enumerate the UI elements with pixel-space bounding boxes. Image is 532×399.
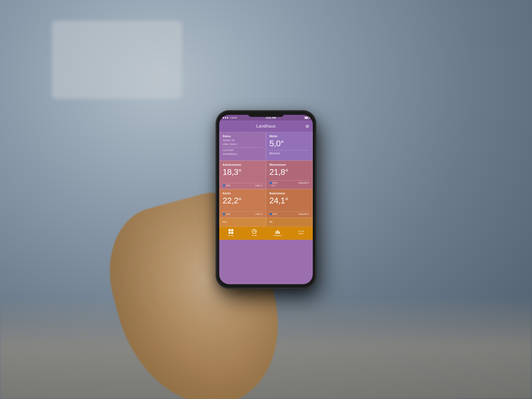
tab-home[interactable]: Home bbox=[219, 227, 243, 240]
signal-dot-3 bbox=[227, 117, 228, 118]
tile-kuche[interactable]: Küche 22,2° 🔵 42% Auto ⏱ bbox=[219, 189, 266, 218]
tile-bad-temp: 24,1° bbox=[269, 196, 309, 205]
tile-wetter-city: München bbox=[269, 152, 309, 155]
battery-fill bbox=[305, 117, 308, 118]
tile-bad-humidity: 🔵 62% bbox=[269, 213, 277, 215]
tile-status-line4: Schnellheizen bbox=[223, 152, 263, 156]
tile-arbeit-humidity: 🔵 42% bbox=[223, 184, 230, 187]
home-grid-1 bbox=[229, 229, 231, 231]
analytics-icon bbox=[276, 229, 280, 234]
tile-wohn-mode: Manuell ⏱ bbox=[298, 182, 309, 184]
tile-wohnzimmer[interactable]: Wohnzimmer 21,8° 🔵 52% Manuell ⏱ ↓ 15,0° bbox=[266, 161, 313, 189]
tile-kuche-label: Küche bbox=[223, 192, 263, 195]
status-bar-right bbox=[304, 117, 309, 119]
clock-mini-icon: ⏱ bbox=[261, 184, 263, 187]
tile-partial2-label: 25... bbox=[269, 221, 309, 223]
tile-partial-1[interactable]: Kü... bbox=[219, 218, 266, 227]
tile-kuche-footer: 🔵 42% Auto ⏱ bbox=[223, 211, 263, 215]
dot-2 bbox=[301, 231, 302, 232]
tile-kuche-temp: 22,2° bbox=[223, 196, 263, 205]
tile-wohn-mode-val: Manuell bbox=[298, 182, 307, 184]
tile-kuche-humidity: 🔵 42% bbox=[223, 213, 230, 215]
dot-3 bbox=[303, 231, 304, 232]
tab-home-label: Home bbox=[228, 234, 234, 237]
tile-bad-label: Badezimmer bbox=[269, 192, 309, 195]
drop-icon-kuche: 🔵 bbox=[223, 213, 225, 215]
phone-notch bbox=[248, 111, 284, 117]
tile-arbeit-mode: Auto ⏱ bbox=[255, 184, 263, 187]
status-bar-left: Carrier bbox=[223, 116, 237, 119]
tile-arbeit-humidity-val: 42% bbox=[226, 184, 230, 187]
home-grid-2 bbox=[231, 229, 233, 231]
tab-bar: Home Profil Analytics bbox=[219, 227, 313, 240]
tile-bad-humidity-val: 62% bbox=[272, 213, 277, 215]
drop-icon-wohn: 🔵 bbox=[269, 182, 272, 184]
mehr-icon bbox=[298, 231, 304, 232]
clock-hand-minute bbox=[254, 231, 256, 232]
tile-bad-mode-val: Manuell bbox=[298, 213, 307, 215]
carrier-label: Carrier bbox=[230, 116, 237, 119]
battery-icon bbox=[304, 117, 309, 119]
tile-bad-mode: Manuell ⏱ bbox=[298, 213, 309, 215]
tile-status-label: Status bbox=[223, 135, 263, 138]
phone: Carrier 4:21 PM Landhaus ⚙ Status bbox=[217, 111, 315, 288]
tile-arbeitszimmer[interactable]: Arbeitszimmer 18,3° 🔵 42% Auto ⏱ bbox=[219, 161, 266, 189]
tab-mehr[interactable]: Mehr bbox=[289, 227, 313, 240]
tile-partial1-label: Kü... bbox=[223, 221, 263, 223]
signal-dot-1 bbox=[223, 117, 224, 118]
tile-wohn-humidity: 🔵 52% bbox=[269, 182, 277, 184]
home-grid-4 bbox=[231, 232, 233, 234]
signal-dot-2 bbox=[225, 117, 226, 118]
tile-wohn-temp: 21,8° bbox=[269, 168, 309, 176]
clock-mini-icon-wohn: ⏱ bbox=[307, 182, 309, 184]
tile-wetter[interactable]: Wetter 5,0° München bbox=[266, 132, 313, 161]
tile-wohn-footer: 🔵 52% Manuell ⏱ bbox=[269, 180, 309, 184]
scene-wrapper: Carrier 4:21 PM Landhaus ⚙ Status bbox=[149, 18, 383, 381]
drop-icon-bad: 🔵 bbox=[269, 213, 272, 215]
tile-kuche-mode: Auto ⏱ bbox=[255, 213, 263, 215]
home-grid-3 bbox=[229, 232, 231, 234]
app-title: Landhaus bbox=[256, 124, 276, 129]
settings-button[interactable]: ⚙ bbox=[305, 124, 309, 129]
bar-3 bbox=[279, 231, 280, 234]
tile-arbeit-label: Arbeitszimmer bbox=[223, 163, 263, 166]
tile-partial-2[interactable]: 25... bbox=[266, 218, 313, 227]
tile-wetter-temp: 5,0° bbox=[269, 139, 309, 148]
tab-analytics-label: Analytics bbox=[274, 234, 282, 237]
tile-status-line1: System: Ok bbox=[223, 139, 263, 142]
bar-2 bbox=[277, 230, 278, 234]
tile-wetter-label: Wetter bbox=[269, 135, 309, 138]
bar-1 bbox=[276, 231, 277, 234]
tile-kuche-humidity-val: 42% bbox=[226, 213, 230, 215]
tile-kuche-mode-val: Auto bbox=[255, 213, 260, 215]
tile-status-line2: Lüfter: Stufe 2 bbox=[223, 143, 263, 146]
tab-profil-label: Profil bbox=[252, 234, 257, 237]
tile-wohn-label: Wohnzimmer bbox=[269, 163, 309, 166]
tile-badezimmer[interactable]: Badezimmer 24,1° 🔵 62% Manuell ⏱ bbox=[266, 189, 313, 218]
tile-status[interactable]: Status System: Ok Lüfter: Stufe 2 1423 k… bbox=[219, 132, 266, 161]
app-header: Landhaus ⚙ bbox=[219, 121, 313, 132]
clock-mini-icon-kuche: ⏱ bbox=[261, 213, 263, 215]
tile-wohn-sub: ↓ 15,0° bbox=[269, 184, 309, 187]
status-divider bbox=[223, 147, 263, 148]
tab-analytics[interactable]: Analytics bbox=[266, 227, 289, 240]
tile-arbeit-temp: 18,3° bbox=[223, 168, 263, 176]
phone-screen: Carrier 4:21 PM Landhaus ⚙ Status bbox=[219, 115, 313, 284]
tab-profil[interactable]: Profil bbox=[243, 227, 266, 240]
dot-1 bbox=[298, 231, 300, 232]
tab-mehr-label: Mehr bbox=[299, 232, 303, 235]
profil-icon bbox=[252, 229, 257, 234]
clock-mini-icon-bad: ⏱ bbox=[307, 213, 309, 215]
drop-icon: 🔵 bbox=[223, 184, 225, 187]
tile-wohn-humidity-val: 52% bbox=[272, 182, 277, 184]
tiles-grid: Status System: Ok Lüfter: Stufe 2 1423 k… bbox=[219, 132, 313, 227]
tile-bad-footer: 🔵 62% Manuell ⏱ bbox=[269, 211, 309, 215]
wetter-divider bbox=[269, 150, 309, 150]
home-icon bbox=[229, 229, 233, 234]
tile-arbeit-footer: 🔵 42% Auto ⏱ bbox=[223, 183, 263, 187]
tile-arbeit-mode-val: Auto bbox=[255, 184, 260, 187]
tile-status-line3: 1423 kw/h bbox=[223, 149, 263, 152]
